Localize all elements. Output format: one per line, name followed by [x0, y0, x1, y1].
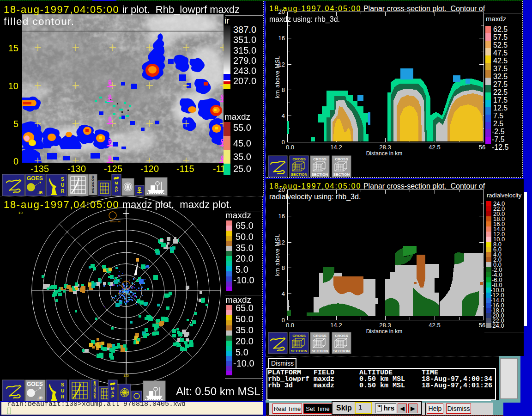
- svg-text:10: 10: [18, 211, 23, 215]
- svg-text:km above MSL: km above MSL: [274, 55, 281, 98]
- svg-text:km above MSL: km above MSL: [274, 233, 281, 276]
- svg-text:who-met: who-met: [109, 220, 121, 223]
- svg-text:S: S: [61, 382, 64, 387]
- svg-text:22.5: 22.5: [493, 88, 508, 96]
- svg-text:28.3: 28.3: [379, 144, 391, 151]
- svg-text:56: 56: [479, 144, 485, 151]
- svg-text:42.5: 42.5: [429, 144, 440, 151]
- svg-text:16: 16: [278, 213, 285, 220]
- svg-text:CROSS: CROSS: [335, 334, 348, 338]
- svg-text:SECTION: SECTION: [333, 349, 350, 353]
- svg-text:.IR: .IR: [37, 190, 43, 195]
- svg-text:27.5: 27.5: [493, 80, 508, 88]
- svg-text:8: 8: [282, 86, 285, 93]
- svg-text:-2.5: -2.5: [492, 128, 505, 135]
- svg-text:14.2: 14.2: [330, 322, 342, 329]
- svg-text:7.5: 7.5: [493, 112, 503, 120]
- svg-text:CROSS: CROSS: [292, 334, 306, 338]
- svg-text:12.5: 12.5: [493, 104, 508, 112]
- svg-text:-125: -125: [122, 374, 129, 377]
- svg-text:SECTION: SECTION: [291, 172, 308, 177]
- svg-text:62.5: 62.5: [493, 25, 508, 33]
- svg-text:4: 4: [282, 112, 285, 119]
- svg-text:CROSS: CROSS: [313, 157, 326, 161]
- svg-text:P: P: [115, 189, 118, 193]
- svg-text:-24.0: -24.0: [490, 322, 504, 329]
- svg-text:-12.5: -12.5: [492, 143, 509, 151]
- svg-text:2.5: 2.5: [493, 120, 503, 128]
- svg-text:R: R: [61, 189, 65, 194]
- svg-text:GOES: GOES: [27, 175, 43, 182]
- svg-text:.IR: .IR: [37, 396, 43, 400]
- svg-text:56: 56: [479, 322, 485, 329]
- svg-text:U: U: [61, 388, 64, 393]
- svg-text:0: 0: [282, 139, 285, 146]
- svg-text:GOES: GOES: [27, 381, 43, 387]
- svg-text:CROSS: CROSS: [313, 334, 326, 338]
- svg-text:radialvelocity: radialvelocity: [487, 192, 522, 199]
- svg-text:maxdz: maxdz: [486, 15, 506, 23]
- svg-text:S: S: [61, 177, 64, 182]
- svg-text:0.0: 0.0: [286, 144, 294, 151]
- svg-text:14.2: 14.2: [330, 144, 342, 151]
- svg-text:S: S: [94, 396, 96, 399]
- svg-text:-7.5: -7.5: [492, 135, 505, 143]
- svg-text:SECTION: SECTION: [333, 172, 350, 177]
- svg-text:0: 0: [282, 317, 285, 324]
- svg-text:S: S: [92, 190, 94, 193]
- svg-text:SECTION: SECTION: [291, 349, 308, 353]
- svg-text:SECTION: SECTION: [312, 349, 328, 353]
- svg-text:37.5: 37.5: [493, 65, 508, 73]
- svg-text:42.5: 42.5: [493, 57, 508, 65]
- svg-text:0.0: 0.0: [286, 322, 294, 329]
- svg-text:CROSS: CROSS: [335, 157, 348, 161]
- svg-text:CROSS: CROSS: [292, 157, 306, 161]
- svg-text:52.5: 52.5: [493, 41, 508, 49]
- svg-text:32.5: 32.5: [493, 73, 508, 80]
- svg-text:57.5: 57.5: [493, 33, 508, 41]
- svg-text:47.5: 47.5: [493, 49, 508, 57]
- svg-text:U: U: [61, 183, 64, 188]
- svg-text:R: R: [61, 394, 65, 399]
- svg-text:4: 4: [282, 290, 285, 297]
- svg-text:28.3: 28.3: [379, 322, 391, 329]
- svg-text:17.5: 17.5: [493, 96, 508, 104]
- svg-text:8: 8: [282, 264, 285, 271]
- svg-text:b<-125-W: b<-125-W: [118, 292, 131, 295]
- svg-text:42.5: 42.5: [429, 322, 440, 329]
- svg-text:P: P: [111, 394, 114, 399]
- svg-text:16: 16: [278, 35, 285, 42]
- svg-text:SECTION: SECTION: [312, 172, 328, 177]
